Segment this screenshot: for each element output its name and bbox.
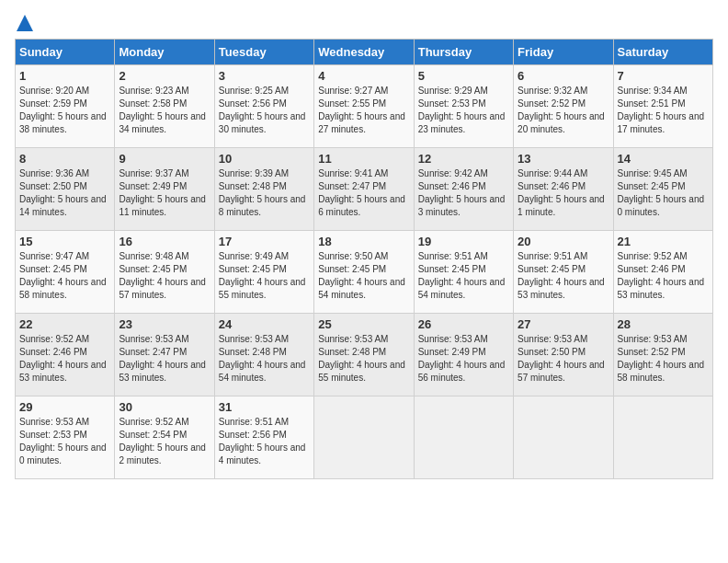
day-header-thursday: Thursday	[414, 40, 513, 65]
day-number: 10	[219, 152, 310, 166]
day-info: Sunrise: 9:20 AM Sunset: 2:59 PM Dayligh…	[19, 85, 110, 136]
day-number: 8	[19, 152, 110, 166]
calendar-cell: 20 Sunrise: 9:51 AM Sunset: 2:45 PM Dayl…	[514, 231, 613, 314]
day-info: Sunrise: 9:42 AM Sunset: 2:46 PM Dayligh…	[418, 167, 509, 219]
calendar-cell	[514, 396, 613, 479]
logo	[15, 15, 33, 28]
day-number: 25	[318, 317, 409, 331]
day-info: Sunrise: 9:52 AM Sunset: 2:46 PM Dayligh…	[19, 333, 110, 385]
day-info: Sunrise: 9:53 AM Sunset: 2:47 PM Dayligh…	[119, 333, 210, 385]
day-info: Sunrise: 9:45 AM Sunset: 2:45 PM Dayligh…	[618, 167, 709, 219]
calendar-cell: 11 Sunrise: 9:41 AM Sunset: 2:47 PM Dayl…	[314, 148, 414, 231]
day-info: Sunrise: 9:34 AM Sunset: 2:51 PM Dayligh…	[618, 85, 709, 136]
day-number: 2	[119, 69, 210, 83]
day-number: 15	[19, 235, 110, 248]
svg-marker-0	[17, 15, 33, 31]
day-info: Sunrise: 9:49 AM Sunset: 2:45 PM Dayligh…	[219, 250, 310, 302]
day-number: 17	[219, 235, 310, 248]
calendar-cell: 28 Sunrise: 9:53 AM Sunset: 2:52 PM Dayl…	[613, 314, 712, 396]
calendar-cell: 21 Sunrise: 9:52 AM Sunset: 2:46 PM Dayl…	[613, 231, 712, 314]
day-number: 13	[518, 152, 609, 166]
day-number: 6	[518, 69, 609, 83]
logo-icon	[17, 15, 33, 31]
day-number: 3	[219, 69, 310, 83]
day-info: Sunrise: 9:51 AM Sunset: 2:56 PM Dayligh…	[219, 416, 310, 467]
calendar-cell: 4 Sunrise: 9:27 AM Sunset: 2:55 PM Dayli…	[314, 65, 414, 148]
calendar-cell: 29 Sunrise: 9:53 AM Sunset: 2:53 PM Dayl…	[16, 396, 115, 479]
day-number: 9	[119, 152, 210, 166]
calendar-cell: 6 Sunrise: 9:32 AM Sunset: 2:52 PM Dayli…	[514, 65, 613, 148]
day-header-tuesday: Tuesday	[214, 40, 313, 65]
day-number: 18	[318, 235, 409, 248]
calendar-cell: 18 Sunrise: 9:50 AM Sunset: 2:45 PM Dayl…	[314, 231, 414, 314]
day-number: 4	[318, 69, 409, 83]
calendar-cell: 24 Sunrise: 9:53 AM Sunset: 2:48 PM Dayl…	[214, 314, 313, 396]
day-number: 31	[219, 400, 310, 414]
day-info: Sunrise: 9:52 AM Sunset: 2:54 PM Dayligh…	[119, 416, 210, 467]
day-number: 24	[219, 317, 310, 331]
calendar-cell: 17 Sunrise: 9:49 AM Sunset: 2:45 PM Dayl…	[214, 231, 313, 314]
calendar-cell: 31 Sunrise: 9:51 AM Sunset: 2:56 PM Dayl…	[214, 396, 313, 479]
day-header-wednesday: Wednesday	[314, 40, 414, 65]
day-number: 5	[418, 69, 509, 83]
calendar-cell	[613, 396, 712, 479]
calendar-cell: 30 Sunrise: 9:52 AM Sunset: 2:54 PM Dayl…	[115, 396, 214, 479]
day-info: Sunrise: 9:27 AM Sunset: 2:55 PM Dayligh…	[318, 85, 409, 136]
calendar-cell: 10 Sunrise: 9:39 AM Sunset: 2:48 PM Dayl…	[214, 148, 313, 231]
day-info: Sunrise: 9:51 AM Sunset: 2:45 PM Dayligh…	[418, 250, 509, 302]
day-number: 27	[518, 317, 609, 331]
calendar-cell: 1 Sunrise: 9:20 AM Sunset: 2:59 PM Dayli…	[16, 65, 115, 148]
day-info: Sunrise: 9:53 AM Sunset: 2:50 PM Dayligh…	[518, 333, 609, 385]
calendar-cell: 8 Sunrise: 9:36 AM Sunset: 2:50 PM Dayli…	[16, 148, 115, 231]
day-info: Sunrise: 9:53 AM Sunset: 2:49 PM Dayligh…	[418, 333, 509, 385]
day-number: 26	[418, 317, 509, 331]
day-info: Sunrise: 9:39 AM Sunset: 2:48 PM Dayligh…	[219, 167, 310, 219]
day-info: Sunrise: 9:29 AM Sunset: 2:53 PM Dayligh…	[418, 85, 509, 136]
day-info: Sunrise: 9:53 AM Sunset: 2:48 PM Dayligh…	[318, 333, 409, 385]
day-number: 29	[19, 400, 110, 414]
calendar-cell: 22 Sunrise: 9:52 AM Sunset: 2:46 PM Dayl…	[16, 314, 115, 396]
calendar-cell: 15 Sunrise: 9:47 AM Sunset: 2:45 PM Dayl…	[16, 231, 115, 314]
day-number: 23	[119, 317, 210, 331]
day-header-saturday: Saturday	[613, 40, 712, 65]
calendar-cell: 14 Sunrise: 9:45 AM Sunset: 2:45 PM Dayl…	[613, 148, 712, 231]
calendar-cell: 26 Sunrise: 9:53 AM Sunset: 2:49 PM Dayl…	[414, 314, 513, 396]
day-info: Sunrise: 9:32 AM Sunset: 2:52 PM Dayligh…	[518, 85, 609, 136]
day-info: Sunrise: 9:53 AM Sunset: 2:48 PM Dayligh…	[219, 333, 310, 385]
calendar-cell: 19 Sunrise: 9:51 AM Sunset: 2:45 PM Dayl…	[414, 231, 513, 314]
day-header-sunday: Sunday	[16, 40, 115, 65]
calendar-cell: 27 Sunrise: 9:53 AM Sunset: 2:50 PM Dayl…	[514, 314, 613, 396]
day-info: Sunrise: 9:36 AM Sunset: 2:50 PM Dayligh…	[19, 167, 110, 219]
day-number: 22	[19, 317, 110, 331]
calendar-cell	[414, 396, 513, 479]
calendar-table: SundayMondayTuesdayWednesdayThursdayFrid…	[15, 39, 713, 479]
calendar-cell: 23 Sunrise: 9:53 AM Sunset: 2:47 PM Dayl…	[115, 314, 214, 396]
day-number: 11	[318, 152, 409, 166]
calendar-cell: 25 Sunrise: 9:53 AM Sunset: 2:48 PM Dayl…	[314, 314, 414, 396]
day-number: 21	[618, 235, 709, 248]
day-info: Sunrise: 9:37 AM Sunset: 2:49 PM Dayligh…	[119, 167, 210, 219]
day-number: 12	[418, 152, 509, 166]
calendar-cell: 16 Sunrise: 9:48 AM Sunset: 2:45 PM Dayl…	[115, 231, 214, 314]
day-info: Sunrise: 9:47 AM Sunset: 2:45 PM Dayligh…	[19, 250, 110, 302]
day-number: 1	[19, 69, 110, 83]
day-info: Sunrise: 9:44 AM Sunset: 2:46 PM Dayligh…	[518, 167, 609, 219]
calendar-cell: 12 Sunrise: 9:42 AM Sunset: 2:46 PM Dayl…	[414, 148, 513, 231]
calendar-cell: 7 Sunrise: 9:34 AM Sunset: 2:51 PM Dayli…	[613, 65, 712, 148]
day-info: Sunrise: 9:51 AM Sunset: 2:45 PM Dayligh…	[518, 250, 609, 302]
calendar-cell: 3 Sunrise: 9:25 AM Sunset: 2:56 PM Dayli…	[214, 65, 313, 148]
day-number: 14	[618, 152, 709, 166]
day-number: 19	[418, 235, 509, 248]
day-info: Sunrise: 9:25 AM Sunset: 2:56 PM Dayligh…	[219, 85, 310, 136]
day-header-monday: Monday	[115, 40, 214, 65]
calendar-cell: 9 Sunrise: 9:37 AM Sunset: 2:49 PM Dayli…	[115, 148, 214, 231]
day-number: 20	[518, 235, 609, 248]
calendar-cell: 2 Sunrise: 9:23 AM Sunset: 2:58 PM Dayli…	[115, 65, 214, 148]
day-info: Sunrise: 9:53 AM Sunset: 2:53 PM Dayligh…	[19, 416, 110, 467]
day-info: Sunrise: 9:48 AM Sunset: 2:45 PM Dayligh…	[119, 250, 210, 302]
day-header-friday: Friday	[514, 40, 613, 65]
day-info: Sunrise: 9:50 AM Sunset: 2:45 PM Dayligh…	[318, 250, 409, 302]
calendar-cell	[314, 396, 414, 479]
day-number: 30	[119, 400, 210, 414]
day-info: Sunrise: 9:52 AM Sunset: 2:46 PM Dayligh…	[618, 250, 709, 302]
